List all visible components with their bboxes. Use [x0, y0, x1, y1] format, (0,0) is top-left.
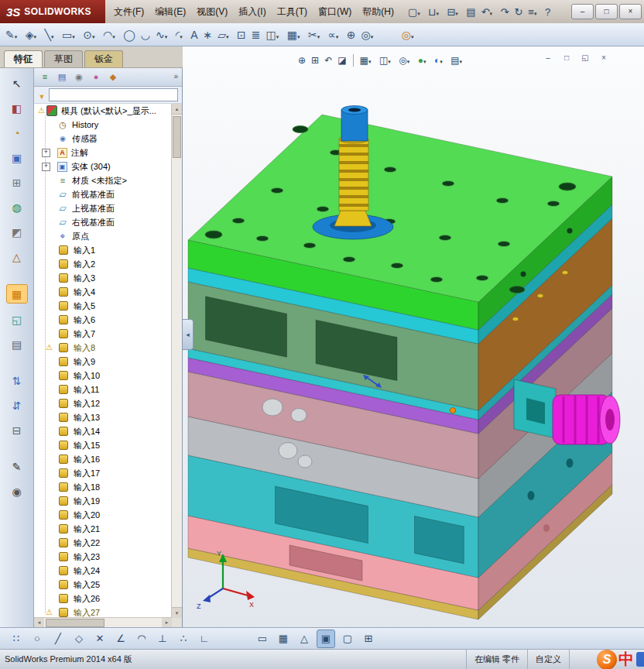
tree-item[interactable]: ⚠ 实体 (304) — [34, 160, 172, 173]
tree-item[interactable]: ⚠ 输入15 — [34, 438, 172, 452]
tree-item[interactable]: ⚠ 输入1 — [34, 243, 172, 257]
tree-item[interactable]: ⚠ 输入3 — [34, 271, 172, 285]
quick-snaps-button[interactable]: ◎ — [358, 26, 378, 44]
customize-menu[interactable]: 自定义 — [527, 650, 569, 669]
scroll-down-button[interactable] — [172, 607, 182, 618]
tree-item[interactable]: ⚠ 输入27 — [34, 606, 172, 618]
menu-item[interactable]: 工具(T) — [272, 2, 313, 22]
apply-scene-button[interactable]: ◐ — [432, 53, 447, 68]
snap-quadrant-button[interactable]: ◇ — [70, 630, 87, 647]
view-toggle-4[interactable]: ▣ — [317, 630, 335, 648]
tree-item[interactable]: ⚠ 原点 — [34, 229, 172, 243]
left-tool-4[interactable]: ▣ — [7, 149, 27, 166]
open-button[interactable]: ⊔ — [426, 3, 444, 20]
tree-item[interactable]: ⚠ 输入2 — [34, 257, 172, 271]
tree-item[interactable]: ⚠ 输入24 — [34, 564, 172, 578]
zoom-area-button[interactable]: ⊞ — [309, 53, 321, 68]
tree-item[interactable]: ⚠ 输入16 — [34, 452, 172, 466]
left-tool-9[interactable]: ▦ — [6, 284, 28, 304]
tree-item[interactable]: ⚠ 输入7 — [34, 327, 172, 341]
undo-button[interactable]: ↶ — [479, 3, 498, 20]
snap-angle-button[interactable]: ∠ — [112, 630, 129, 647]
save-button[interactable]: ⊟ — [444, 3, 463, 20]
minimize-button[interactable]: – — [571, 4, 594, 19]
ellipse-button[interactable]: ◯ — [121, 26, 138, 44]
tree-horizontal-scrollbar[interactable] — [34, 617, 172, 627]
view-toggle-1[interactable]: ▭ — [254, 630, 271, 647]
view-toggle-6[interactable]: ⊞ — [360, 630, 377, 647]
panel-collapse-button[interactable] — [183, 319, 194, 350]
close-button[interactable]: × — [619, 4, 642, 19]
text-button[interactable]: A — [188, 26, 200, 44]
tree-item[interactable]: ⚠ 上视基准面 — [34, 201, 172, 215]
left-tool-5[interactable]: ⊞ — [7, 173, 27, 191]
mold-3d-model[interactable]: Y X Z — [183, 46, 644, 627]
tree-item[interactable]: ⚠ 输入12 — [34, 396, 172, 410]
trim-entities-button[interactable]: ✂ — [306, 26, 325, 44]
view-toggle-3[interactable]: △ — [296, 630, 313, 647]
options-button[interactable]: ≡ — [526, 3, 542, 20]
help-button[interactable]: ? — [543, 3, 553, 20]
tree-item[interactable]: ⚠ 输入14 — [34, 424, 172, 438]
propertymanager-tab[interactable]: ▤ — [55, 70, 69, 84]
feature-tree-root[interactable]: ⚠ 模具 (默认<默认>_显示... — [34, 104, 172, 118]
tree-item[interactable]: ⚠ 输入4 — [34, 285, 172, 299]
plane-button[interactable]: ▱ — [215, 26, 234, 44]
mold-stack[interactable] — [188, 115, 612, 619]
tree-item[interactable]: ⚠ 传感器 — [34, 132, 172, 146]
filter-input[interactable] — [49, 88, 178, 101]
left-tool-13[interactable]: ⇵ — [7, 396, 27, 414]
tree-item[interactable]: ⚠ 输入26 — [34, 592, 172, 606]
slot-button[interactable]: ◡ — [139, 26, 152, 44]
mirror-entities-button[interactable]: ◫ — [264, 26, 284, 44]
scroll-up-button[interactable] — [172, 104, 182, 115]
left-tool-12[interactable]: ⇅ — [7, 372, 27, 389]
point-button[interactable]: ∗ — [201, 26, 215, 44]
previous-view-button[interactable]: ↶ — [322, 53, 334, 68]
snap-arc-button[interactable]: ◠ — [133, 630, 150, 647]
scrollbar-thumb[interactable] — [46, 619, 104, 627]
doc-minimize-button[interactable]: – — [542, 53, 554, 63]
left-tool-8[interactable]: △ — [7, 248, 27, 266]
view-settings-button[interactable]: ▤ — [448, 53, 467, 68]
rectangle-button[interactable]: ▭ — [60, 26, 80, 44]
snap-tangent-button[interactable]: ∴ — [175, 630, 192, 647]
rebuild-button[interactable]: ↻ — [512, 3, 525, 20]
tree-item[interactable]: ⚠ 前视基准面 — [34, 187, 172, 201]
tree-item[interactable]: ⚠ 输入22 — [34, 536, 172, 550]
scrollbar-thumb[interactable] — [173, 116, 181, 158]
configurationmanager-tab[interactable]: ◉ — [72, 70, 86, 84]
menu-item[interactable]: 文件(F) — [108, 2, 149, 22]
section-view-button[interactable]: ◪ — [335, 53, 348, 68]
snap-line-button[interactable]: ╱ — [50, 630, 67, 647]
tree-item[interactable]: ⚠ 右视基准面 — [34, 215, 172, 229]
select-tool[interactable]: ↖ — [7, 74, 27, 92]
menu-item[interactable]: 编辑(E) — [149, 2, 191, 22]
tree-item[interactable]: ⚠ 材质 <未指定> — [34, 173, 172, 187]
flyout-expand-button[interactable] — [173, 72, 178, 81]
expand-icon[interactable] — [42, 163, 50, 171]
tab-features[interactable]: 特征 — [4, 50, 43, 67]
tree-item[interactable]: ⚠ 输入6 — [34, 313, 172, 327]
edit-appearance-button[interactable]: ● — [416, 53, 431, 68]
tree-item[interactable]: ⚠ 注解 — [34, 146, 172, 160]
snap-intersection-button[interactable]: ✕ — [91, 630, 108, 647]
tab-sheetmetal[interactable]: 钣金 — [84, 50, 123, 67]
redo-button[interactable]: ↷ — [498, 3, 512, 20]
dimxpertmanager-tab[interactable]: ◆ — [106, 70, 120, 84]
tree-item[interactable]: ⚠ 输入11 — [34, 383, 172, 396]
tree-item[interactable]: ⚠ 输入21 — [34, 522, 172, 536]
scroll-right-button[interactable] — [162, 618, 172, 627]
snap-center-button[interactable]: ○ — [29, 630, 46, 647]
tree-item[interactable]: ⚠ 输入10 — [34, 369, 172, 383]
doc-restore-button[interactable]: ◱ — [579, 53, 591, 63]
tree-item[interactable]: ⚠ 输入5 — [34, 299, 172, 313]
display-relations-button[interactable]: ∝ — [326, 26, 344, 44]
smart-dimension-button[interactable]: ◈ — [23, 26, 42, 44]
new-button[interactable]: ▢ — [406, 3, 425, 20]
tree-item[interactable]: ⚠ 输入19 — [34, 494, 172, 508]
repair-sketch-button[interactable]: ⊕ — [344, 26, 358, 44]
tree-item[interactable]: ⚠ 输入13 — [34, 410, 172, 424]
graphics-viewport[interactable]: Y X Z ⊕ ⊞ ↶ — [183, 46, 644, 627]
doc-close-button[interactable]: × — [598, 53, 610, 63]
